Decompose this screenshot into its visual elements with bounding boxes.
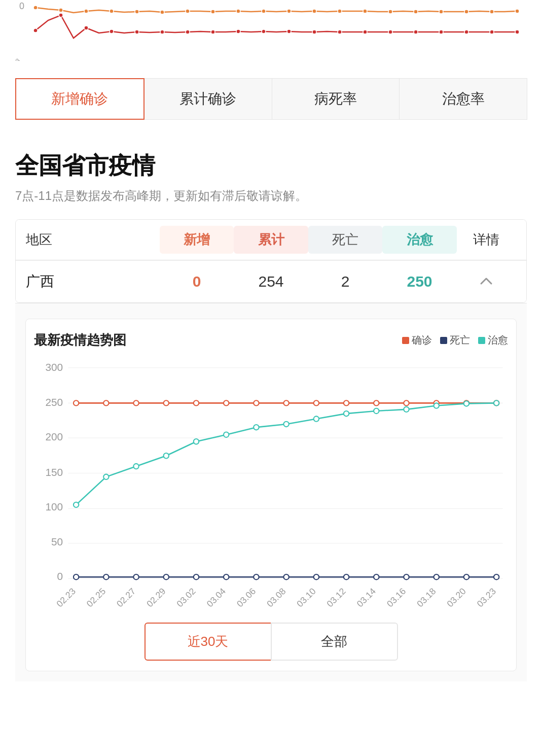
- svg-point-12: [338, 9, 342, 13]
- row-detail-guangxi[interactable]: [457, 273, 516, 290]
- svg-text:03.12: 03.12: [324, 586, 347, 609]
- chart-death-dots: [74, 574, 499, 579]
- svg-point-9: [262, 9, 266, 13]
- svg-text:03.06: 03.06: [235, 586, 258, 609]
- svg-point-27: [211, 30, 215, 34]
- chart-title-row: 最新疫情趋势图 确诊 死亡 治愈: [34, 331, 508, 349]
- province-table: 地区 新增 累计 死亡 治愈 详情 广西 0 254 2 250: [15, 219, 527, 303]
- svg-point-91: [314, 400, 319, 405]
- svg-point-87: [194, 400, 199, 405]
- svg-text:03.04: 03.04: [205, 586, 228, 609]
- svg-point-16: [439, 10, 443, 14]
- svg-point-108: [374, 408, 379, 414]
- tab-total-confirmed[interactable]: 累计确诊: [144, 78, 272, 120]
- chart-legend: 确诊 死亡 治愈: [402, 333, 508, 347]
- svg-point-37: [464, 30, 468, 34]
- svg-point-90: [283, 400, 288, 405]
- svg-text:03.20: 03.20: [445, 586, 468, 609]
- svg-point-3: [110, 9, 114, 13]
- svg-point-30: [287, 29, 291, 33]
- svg-text:03.23: 03.23: [475, 586, 498, 609]
- svg-text:50: 50: [51, 536, 63, 547]
- col-header-death: 死亡: [308, 226, 383, 254]
- svg-point-109: [404, 407, 409, 412]
- svg-point-17: [464, 10, 468, 14]
- detail-chart-svg: 300 250 200 150 100 50 0: [34, 357, 508, 610]
- svg-point-125: [434, 574, 439, 579]
- tab-recovery-rate[interactable]: 治愈率: [399, 78, 527, 120]
- svg-text:03.10: 03.10: [295, 586, 318, 609]
- section-title: 全国省市疫情: [15, 150, 527, 182]
- svg-point-100: [133, 464, 138, 469]
- svg-point-113: [74, 574, 79, 579]
- svg-point-112: [494, 400, 499, 405]
- svg-point-18: [490, 10, 494, 14]
- svg-point-101: [164, 453, 169, 458]
- tab-new-confirmed[interactable]: 新增确诊: [15, 78, 144, 120]
- svg-point-25: [160, 30, 164, 34]
- btn-all-time[interactable]: 全部: [271, 623, 398, 661]
- table-row-guangxi[interactable]: 广西 0 254 2 250: [16, 260, 526, 302]
- svg-point-119: [254, 574, 259, 579]
- chart-title: 最新疫情趋势图: [34, 331, 126, 349]
- svg-point-106: [314, 416, 319, 421]
- svg-point-102: [194, 439, 199, 444]
- legend-confirmed: 确诊: [402, 333, 432, 347]
- svg-point-31: [312, 30, 316, 34]
- svg-point-117: [194, 574, 199, 579]
- svg-point-105: [283, 422, 288, 427]
- row-total-guangxi: 254: [234, 273, 308, 290]
- svg-point-7: [211, 10, 215, 14]
- svg-text:300: 300: [45, 361, 63, 373]
- svg-point-116: [164, 574, 169, 579]
- svg-text:200: 200: [45, 431, 63, 442]
- section-header: 全国省市疫情 7点-11点是数据发布高峰期，更新如有滞后敬请谅解。: [0, 130, 542, 219]
- svg-point-34: [388, 30, 392, 34]
- svg-point-14: [388, 10, 392, 14]
- svg-point-11: [312, 9, 316, 13]
- svg-point-121: [314, 574, 319, 579]
- detail-panel-inner: 最新疫情趋势图 确诊 死亡 治愈: [25, 319, 517, 671]
- svg-point-10: [287, 9, 291, 13]
- top-chart-area: 0 01.26 01.28 01.30 02.: [0, 0, 542, 73]
- svg-point-118: [224, 574, 229, 579]
- detail-panel: 最新疫情趋势图 确诊 死亡 治愈: [15, 303, 527, 681]
- svg-point-39: [515, 30, 519, 34]
- col-header-region: 地区: [26, 231, 160, 249]
- svg-point-115: [133, 574, 138, 579]
- table-header-row: 地区 新增 累计 死亡 治愈 详情: [16, 220, 526, 260]
- svg-point-1: [59, 8, 63, 12]
- chart-heal-dots: [74, 400, 499, 507]
- svg-point-23: [110, 29, 114, 33]
- btn-last-30-days[interactable]: 近30天: [144, 623, 272, 661]
- svg-text:150: 150: [45, 466, 63, 478]
- top-chart-x-labels: 01.26 01.28 01.30 02.01 02.03 02.05 02.0…: [15, 44, 360, 61]
- svg-point-35: [414, 30, 418, 34]
- svg-text:03.16: 03.16: [385, 586, 408, 609]
- section-subtitle: 7点-11点是数据发布高峰期，更新如有滞后敬请谅解。: [15, 188, 527, 204]
- col-header-detail: 详情: [457, 231, 516, 249]
- svg-text:02.27: 02.27: [115, 586, 137, 609]
- svg-point-29: [262, 29, 266, 33]
- row-death-guangxi: 2: [308, 273, 383, 290]
- svg-point-28: [236, 29, 240, 33]
- svg-point-88: [224, 400, 229, 405]
- row-region-guangxi: 广西: [26, 272, 160, 291]
- svg-point-15: [414, 10, 418, 14]
- legend-death: 死亡: [440, 333, 470, 347]
- svg-point-94: [404, 400, 409, 405]
- svg-point-110: [434, 403, 439, 408]
- svg-point-20: [33, 28, 38, 32]
- svg-point-120: [283, 574, 288, 579]
- time-range-row: 近30天 全部: [144, 623, 398, 661]
- svg-point-38: [490, 30, 494, 34]
- svg-point-84: [103, 400, 109, 405]
- tab-fatality-rate[interactable]: 病死率: [272, 78, 400, 120]
- svg-text:01.28: 01.28: [15, 57, 22, 61]
- svg-text:03.14: 03.14: [355, 586, 378, 609]
- svg-point-24: [135, 30, 139, 34]
- svg-point-83: [74, 400, 79, 405]
- svg-point-86: [164, 400, 169, 405]
- svg-point-2: [84, 9, 88, 13]
- svg-point-85: [133, 400, 138, 405]
